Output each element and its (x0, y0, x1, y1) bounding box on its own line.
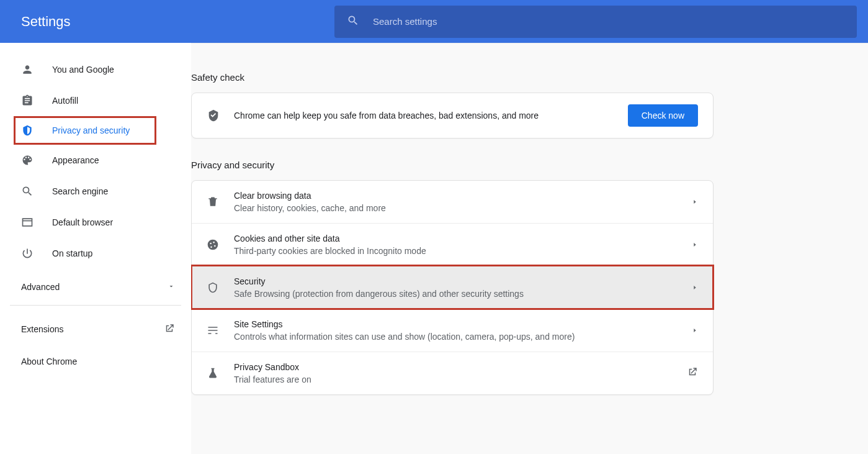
chevron-right-icon (692, 325, 698, 336)
row-privacy-sandbox[interactable]: Privacy Sandbox Trial features are on (192, 352, 713, 394)
row-title: Security (234, 276, 692, 286)
shield-outline-icon (207, 281, 234, 294)
shield-check-icon (207, 109, 234, 122)
sidebar-item-label: Search engine (52, 186, 108, 196)
safety-card: Chrome can help keep you safe from data … (191, 93, 714, 138)
window-icon (21, 216, 52, 229)
sidebar-item-label: Appearance (52, 155, 99, 165)
app-header: Settings (0, 0, 868, 43)
chevron-down-icon (168, 282, 175, 292)
sidebar-item-privacy[interactable]: Privacy and security (14, 116, 156, 145)
clipboard-icon (21, 94, 52, 107)
palette-icon (21, 154, 52, 166)
sidebar-item-autofill[interactable]: Autofill (0, 85, 191, 116)
row-sub: Safe Browsing (protection from dangerous… (234, 289, 692, 299)
safety-text: Chrome can help keep you safe from data … (234, 111, 628, 120)
search-icon (347, 14, 359, 29)
search-container[interactable] (334, 6, 857, 38)
row-sub: Controls what information sites can use … (234, 332, 692, 342)
sidebar-item-label: Default browser (52, 217, 113, 227)
privacy-heading: Privacy and security (191, 160, 714, 170)
page-title: Settings (21, 14, 334, 30)
trash-icon (207, 196, 234, 208)
sidebar-item-label: Privacy and security (52, 125, 130, 135)
row-title: Clear browsing data (234, 191, 692, 201)
open-external-icon (164, 323, 175, 336)
search-input[interactable] (373, 16, 844, 27)
extensions-label: Extensions (21, 324, 63, 334)
check-now-button[interactable]: Check now (628, 104, 698, 127)
shield-icon (21, 124, 52, 137)
cookie-icon (207, 238, 234, 251)
person-icon (21, 63, 52, 76)
privacy-card: Clear browsing data Clear history, cooki… (191, 180, 714, 395)
sidebar-item-default-browser[interactable]: Default browser (0, 207, 191, 238)
row-title: Privacy Sandbox (234, 362, 687, 372)
row-sub: Clear history, cookies, cache, and more (234, 203, 692, 213)
sidebar-item-search-engine[interactable]: Search engine (0, 176, 191, 207)
sidebar-item-label: Autofill (52, 96, 78, 106)
magnify-icon (21, 185, 52, 197)
chevron-right-icon (692, 239, 698, 250)
row-title: Cookies and other site data (234, 234, 692, 243)
row-site-settings[interactable]: Site Settings Controls what information … (192, 309, 713, 352)
sidebar-item-label: You and Google (52, 65, 114, 75)
row-cookies[interactable]: Cookies and other site data Third-party … (192, 223, 713, 266)
content-area: Safety check Chrome can help keep you sa… (191, 43, 868, 454)
row-sub: Trial features are on (234, 375, 687, 384)
sidebar-item-on-startup[interactable]: On startup (0, 238, 191, 269)
sidebar-item-you-and-google[interactable]: You and Google (0, 54, 191, 85)
row-clear-browsing-data[interactable]: Clear browsing data Clear history, cooki… (192, 181, 713, 223)
open-external-icon (687, 366, 698, 380)
chevron-right-icon (692, 196, 698, 207)
sidebar-about[interactable]: About Chrome (0, 345, 191, 378)
sidebar-extensions[interactable]: Extensions (0, 313, 191, 345)
sidebar: You and Google Autofill Privacy and secu… (0, 43, 191, 454)
row-security[interactable]: Security Safe Browsing (protection from … (192, 266, 713, 309)
sidebar-item-label: On startup (52, 248, 92, 258)
advanced-label: Advanced (21, 282, 60, 292)
about-label: About Chrome (21, 356, 77, 366)
sidebar-item-appearance[interactable]: Appearance (0, 145, 191, 176)
chevron-right-icon (692, 282, 698, 293)
row-sub: Third-party cookies are blocked in Incog… (234, 246, 692, 256)
sliders-icon (207, 324, 234, 337)
power-icon (21, 247, 52, 260)
safety-heading: Safety check (191, 72, 714, 83)
row-title: Site Settings (234, 319, 692, 329)
sidebar-advanced[interactable]: Advanced (0, 269, 191, 305)
flask-icon (207, 367, 234, 379)
divider (10, 305, 181, 306)
